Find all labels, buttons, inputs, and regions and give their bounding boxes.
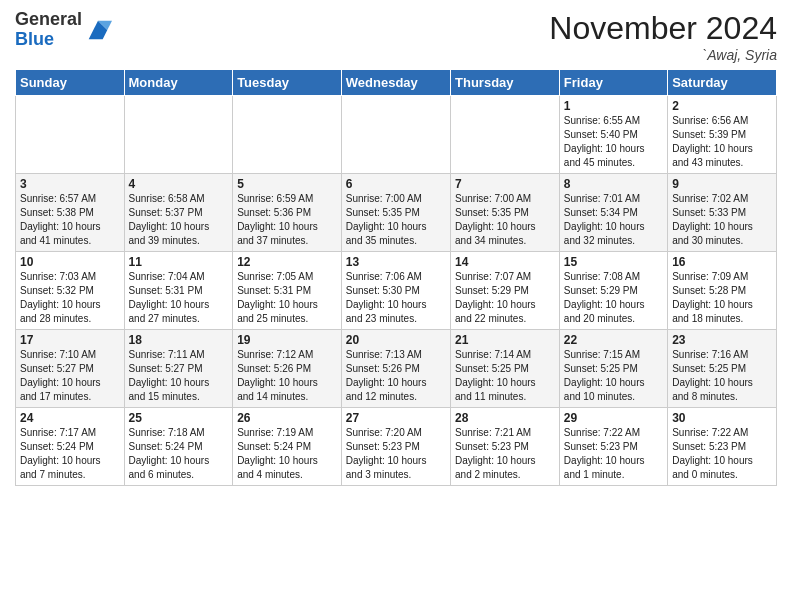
calendar-cell: 5Sunrise: 6:59 AM Sunset: 5:36 PM Daylig… — [233, 174, 342, 252]
day-info: Sunrise: 7:06 AM Sunset: 5:30 PM Dayligh… — [346, 270, 446, 326]
day-info: Sunrise: 7:22 AM Sunset: 5:23 PM Dayligh… — [564, 426, 663, 482]
day-info: Sunrise: 7:11 AM Sunset: 5:27 PM Dayligh… — [129, 348, 229, 404]
calendar-cell: 25Sunrise: 7:18 AM Sunset: 5:24 PM Dayli… — [124, 408, 233, 486]
day-info: Sunrise: 7:17 AM Sunset: 5:24 PM Dayligh… — [20, 426, 120, 482]
day-number: 21 — [455, 333, 555, 347]
day-info: Sunrise: 6:58 AM Sunset: 5:37 PM Dayligh… — [129, 192, 229, 248]
day-number: 29 — [564, 411, 663, 425]
day-number: 1 — [564, 99, 663, 113]
day-info: Sunrise: 7:22 AM Sunset: 5:23 PM Dayligh… — [672, 426, 772, 482]
calendar-cell — [16, 96, 125, 174]
day-number: 13 — [346, 255, 446, 269]
day-number: 28 — [455, 411, 555, 425]
day-number: 16 — [672, 255, 772, 269]
calendar-cell: 29Sunrise: 7:22 AM Sunset: 5:23 PM Dayli… — [559, 408, 667, 486]
weekday-header-row: SundayMondayTuesdayWednesdayThursdayFrid… — [16, 70, 777, 96]
calendar-week-row: 3Sunrise: 6:57 AM Sunset: 5:38 PM Daylig… — [16, 174, 777, 252]
title-section: November 2024 `Awaj, Syria — [549, 10, 777, 63]
day-number: 7 — [455, 177, 555, 191]
day-number: 4 — [129, 177, 229, 191]
calendar-cell: 8Sunrise: 7:01 AM Sunset: 5:34 PM Daylig… — [559, 174, 667, 252]
calendar-cell: 24Sunrise: 7:17 AM Sunset: 5:24 PM Dayli… — [16, 408, 125, 486]
calendar-cell: 13Sunrise: 7:06 AM Sunset: 5:30 PM Dayli… — [341, 252, 450, 330]
day-info: Sunrise: 7:00 AM Sunset: 5:35 PM Dayligh… — [455, 192, 555, 248]
logo-text: General Blue — [15, 10, 82, 50]
day-number: 15 — [564, 255, 663, 269]
day-info: Sunrise: 7:18 AM Sunset: 5:24 PM Dayligh… — [129, 426, 229, 482]
calendar-cell: 19Sunrise: 7:12 AM Sunset: 5:26 PM Dayli… — [233, 330, 342, 408]
day-number: 5 — [237, 177, 337, 191]
day-number: 25 — [129, 411, 229, 425]
day-info: Sunrise: 6:55 AM Sunset: 5:40 PM Dayligh… — [564, 114, 663, 170]
calendar-cell: 23Sunrise: 7:16 AM Sunset: 5:25 PM Dayli… — [668, 330, 777, 408]
day-info: Sunrise: 7:00 AM Sunset: 5:35 PM Dayligh… — [346, 192, 446, 248]
day-number: 6 — [346, 177, 446, 191]
calendar-cell: 20Sunrise: 7:13 AM Sunset: 5:26 PM Dayli… — [341, 330, 450, 408]
day-info: Sunrise: 7:14 AM Sunset: 5:25 PM Dayligh… — [455, 348, 555, 404]
month-title: November 2024 — [549, 10, 777, 47]
day-info: Sunrise: 7:16 AM Sunset: 5:25 PM Dayligh… — [672, 348, 772, 404]
day-number: 20 — [346, 333, 446, 347]
calendar-cell: 22Sunrise: 7:15 AM Sunset: 5:25 PM Dayli… — [559, 330, 667, 408]
day-number: 3 — [20, 177, 120, 191]
day-number: 23 — [672, 333, 772, 347]
calendar-cell: 10Sunrise: 7:03 AM Sunset: 5:32 PM Dayli… — [16, 252, 125, 330]
calendar-cell: 26Sunrise: 7:19 AM Sunset: 5:24 PM Dayli… — [233, 408, 342, 486]
calendar-week-row: 24Sunrise: 7:17 AM Sunset: 5:24 PM Dayli… — [16, 408, 777, 486]
logo-icon — [84, 16, 112, 44]
day-info: Sunrise: 7:02 AM Sunset: 5:33 PM Dayligh… — [672, 192, 772, 248]
day-info: Sunrise: 7:15 AM Sunset: 5:25 PM Dayligh… — [564, 348, 663, 404]
calendar-cell: 17Sunrise: 7:10 AM Sunset: 5:27 PM Dayli… — [16, 330, 125, 408]
day-number: 8 — [564, 177, 663, 191]
calendar-cell — [451, 96, 560, 174]
calendar-cell — [341, 96, 450, 174]
weekday-header: Friday — [559, 70, 667, 96]
day-number: 9 — [672, 177, 772, 191]
weekday-header: Wednesday — [341, 70, 450, 96]
day-info: Sunrise: 7:07 AM Sunset: 5:29 PM Dayligh… — [455, 270, 555, 326]
logo: General Blue — [15, 10, 112, 50]
day-info: Sunrise: 7:19 AM Sunset: 5:24 PM Dayligh… — [237, 426, 337, 482]
calendar-cell: 27Sunrise: 7:20 AM Sunset: 5:23 PM Dayli… — [341, 408, 450, 486]
weekday-header: Tuesday — [233, 70, 342, 96]
calendar-cell: 3Sunrise: 6:57 AM Sunset: 5:38 PM Daylig… — [16, 174, 125, 252]
calendar-table: SundayMondayTuesdayWednesdayThursdayFrid… — [15, 69, 777, 486]
day-info: Sunrise: 7:01 AM Sunset: 5:34 PM Dayligh… — [564, 192, 663, 248]
day-number: 12 — [237, 255, 337, 269]
day-info: Sunrise: 6:56 AM Sunset: 5:39 PM Dayligh… — [672, 114, 772, 170]
day-number: 10 — [20, 255, 120, 269]
calendar-cell: 9Sunrise: 7:02 AM Sunset: 5:33 PM Daylig… — [668, 174, 777, 252]
day-number: 26 — [237, 411, 337, 425]
weekday-header: Saturday — [668, 70, 777, 96]
calendar-cell: 28Sunrise: 7:21 AM Sunset: 5:23 PM Dayli… — [451, 408, 560, 486]
calendar-week-row: 17Sunrise: 7:10 AM Sunset: 5:27 PM Dayli… — [16, 330, 777, 408]
calendar-cell: 6Sunrise: 7:00 AM Sunset: 5:35 PM Daylig… — [341, 174, 450, 252]
calendar-cell: 30Sunrise: 7:22 AM Sunset: 5:23 PM Dayli… — [668, 408, 777, 486]
calendar-cell — [124, 96, 233, 174]
day-number: 30 — [672, 411, 772, 425]
day-info: Sunrise: 7:09 AM Sunset: 5:28 PM Dayligh… — [672, 270, 772, 326]
day-info: Sunrise: 7:21 AM Sunset: 5:23 PM Dayligh… — [455, 426, 555, 482]
calendar-cell: 12Sunrise: 7:05 AM Sunset: 5:31 PM Dayli… — [233, 252, 342, 330]
calendar-cell: 21Sunrise: 7:14 AM Sunset: 5:25 PM Dayli… — [451, 330, 560, 408]
day-info: Sunrise: 7:13 AM Sunset: 5:26 PM Dayligh… — [346, 348, 446, 404]
calendar-cell: 1Sunrise: 6:55 AM Sunset: 5:40 PM Daylig… — [559, 96, 667, 174]
calendar-cell: 2Sunrise: 6:56 AM Sunset: 5:39 PM Daylig… — [668, 96, 777, 174]
calendar-cell: 4Sunrise: 6:58 AM Sunset: 5:37 PM Daylig… — [124, 174, 233, 252]
day-info: Sunrise: 7:12 AM Sunset: 5:26 PM Dayligh… — [237, 348, 337, 404]
day-info: Sunrise: 7:20 AM Sunset: 5:23 PM Dayligh… — [346, 426, 446, 482]
day-number: 27 — [346, 411, 446, 425]
weekday-header: Monday — [124, 70, 233, 96]
calendar-cell: 16Sunrise: 7:09 AM Sunset: 5:28 PM Dayli… — [668, 252, 777, 330]
day-info: Sunrise: 7:05 AM Sunset: 5:31 PM Dayligh… — [237, 270, 337, 326]
location: `Awaj, Syria — [549, 47, 777, 63]
calendar-week-row: 10Sunrise: 7:03 AM Sunset: 5:32 PM Dayli… — [16, 252, 777, 330]
day-number: 11 — [129, 255, 229, 269]
day-number: 14 — [455, 255, 555, 269]
page-header: General Blue November 2024 `Awaj, Syria — [15, 10, 777, 63]
weekday-header: Sunday — [16, 70, 125, 96]
calendar-cell: 7Sunrise: 7:00 AM Sunset: 5:35 PM Daylig… — [451, 174, 560, 252]
day-number: 22 — [564, 333, 663, 347]
day-info: Sunrise: 7:03 AM Sunset: 5:32 PM Dayligh… — [20, 270, 120, 326]
calendar-cell: 15Sunrise: 7:08 AM Sunset: 5:29 PM Dayli… — [559, 252, 667, 330]
